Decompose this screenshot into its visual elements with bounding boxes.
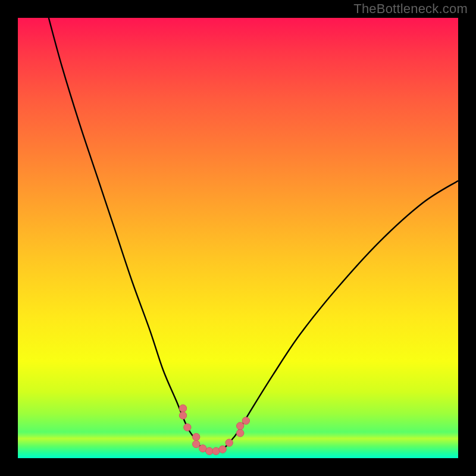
- marker: [184, 424, 191, 431]
- curve-markers: [179, 405, 249, 455]
- chart-frame: TheBottleneck.com: [0, 0, 476, 476]
- bottleneck-curve: [49, 18, 458, 452]
- watermark-text: TheBottleneck.com: [353, 1, 468, 17]
- svg-point-3: [193, 440, 200, 447]
- marker: [242, 417, 249, 424]
- svg-point-4: [237, 422, 244, 430]
- marker: [206, 447, 213, 455]
- svg-point-0: [179, 405, 186, 412]
- marker-double: [237, 422, 244, 437]
- marker: [212, 447, 220, 455]
- svg-point-1: [179, 412, 186, 419]
- marker-double: [193, 433, 200, 447]
- marker: [226, 439, 233, 446]
- svg-point-5: [237, 430, 244, 437]
- marker: [219, 446, 226, 453]
- plot-area: [18, 18, 458, 458]
- svg-point-2: [193, 433, 200, 440]
- curve-svg: [18, 18, 458, 458]
- marker: [199, 445, 206, 452]
